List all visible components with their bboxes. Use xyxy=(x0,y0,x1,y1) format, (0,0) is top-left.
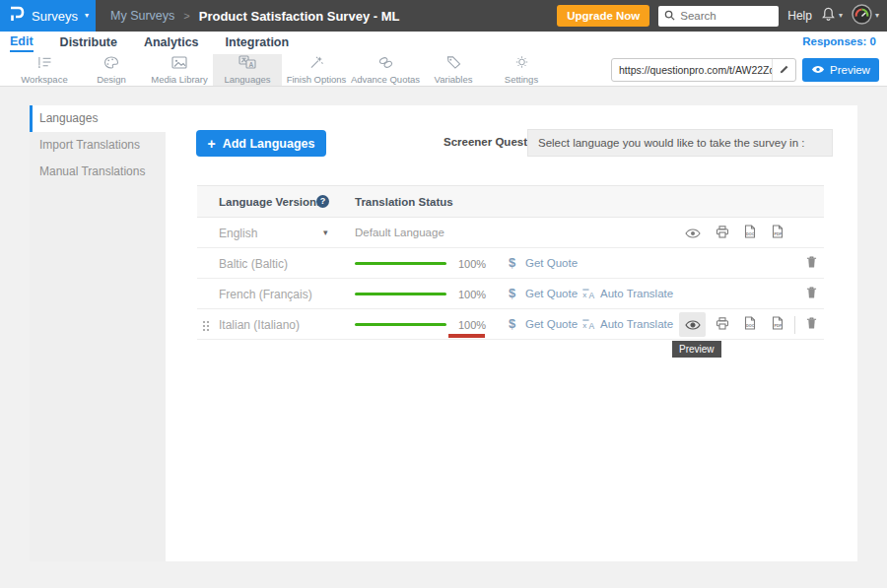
dollar-icon[interactable]: $ xyxy=(509,316,515,331)
delete-language-button[interactable] xyxy=(800,316,822,334)
dollar-icon[interactable]: $ xyxy=(509,255,515,270)
toolbar-item-workspace[interactable]: Workspace xyxy=(10,54,79,86)
screener-question-field[interactable]: Select language you would like to take t… xyxy=(527,129,833,157)
languages-content: + Add Languages Screener Question : Sele… xyxy=(166,105,857,561)
chain-link-icon xyxy=(377,55,394,73)
palette-icon xyxy=(103,55,119,73)
toolbar-item-advance-quotas[interactable]: Advance Quotas xyxy=(351,54,420,86)
language-dropdown-caret-icon[interactable]: ▾ xyxy=(323,228,328,237)
toolbar-label: Languages xyxy=(224,74,270,85)
questionpro-logo-icon xyxy=(9,5,25,28)
toolbar-label: Design xyxy=(97,74,126,85)
help-question-icon[interactable]: ? xyxy=(316,195,329,208)
top-bar: Surveys ▾ My Surveys > Product Satisfact… xyxy=(0,0,887,32)
toolbar-item-design[interactable]: Design xyxy=(77,54,146,86)
toolbar-item-settings[interactable]: Settings xyxy=(487,54,556,86)
get-quote-link[interactable]: Get Quote xyxy=(525,318,578,330)
tag-icon xyxy=(446,55,461,73)
preview-button-label: Preview xyxy=(830,64,870,76)
red-annotation-underline xyxy=(448,334,485,338)
breadcrumb-my-surveys[interactable]: My Surveys xyxy=(110,9,174,23)
export-pdf-button[interactable]: PDF xyxy=(767,316,788,334)
chevron-down-icon: ▾ xyxy=(85,12,89,20)
preview-language-button-hovered[interactable] xyxy=(679,312,706,337)
translation-percent: 100% xyxy=(458,289,486,300)
notifications-button[interactable]: ▾ xyxy=(821,6,843,26)
sidebar-item-languages[interactable]: Languages xyxy=(30,105,166,132)
tab-edit[interactable]: Edit xyxy=(10,34,34,52)
chevron-down-icon: ▾ xyxy=(875,12,879,20)
upgrade-now-button[interactable]: Upgrade Now xyxy=(557,5,649,27)
toolbar-item-languages[interactable]: A Languages xyxy=(213,54,282,86)
workspace-icon xyxy=(36,55,52,73)
default-language-label: Default Language xyxy=(355,227,444,238)
print-language-button[interactable] xyxy=(712,316,733,334)
avatar xyxy=(852,4,872,29)
translation-progress-bar xyxy=(355,262,446,265)
translation-progress-bar xyxy=(355,293,446,295)
pdf-file-icon: PDF xyxy=(772,225,784,242)
search-box[interactable] xyxy=(658,6,779,27)
toolbar-label: Settings xyxy=(505,74,538,85)
auto-translate-icon[interactable]: xA xyxy=(581,317,597,335)
delete-language-button[interactable] xyxy=(800,255,822,273)
tab-integration[interactable]: Integration xyxy=(226,35,290,51)
tab-analytics[interactable]: Analytics xyxy=(144,35,199,51)
preview-language-button[interactable] xyxy=(682,225,704,242)
gear-icon xyxy=(514,55,529,73)
product-menu-label: Surveys xyxy=(32,9,78,24)
toolbar-label: Workspace xyxy=(21,74,67,85)
svg-text:A: A xyxy=(589,291,595,300)
column-header-translation-status: Translation Status xyxy=(355,196,453,208)
printer-icon xyxy=(716,316,729,334)
svg-text:PDF: PDF xyxy=(774,232,782,236)
table-row-baltic: Baltic (Baltic) 100% $ Get Quote xyxy=(197,248,824,279)
export-pdf-button[interactable]: PDF xyxy=(767,225,788,242)
svg-text:A: A xyxy=(249,61,254,68)
sidebar-item-manual-translations[interactable]: Manual Translations xyxy=(30,159,166,185)
add-languages-button[interactable]: + Add Languages xyxy=(196,130,326,157)
language-name[interactable]: English xyxy=(219,227,257,240)
print-language-button[interactable] xyxy=(712,225,733,242)
column-header-language-versions: Language Versions xyxy=(219,196,322,208)
toolbar-item-finish-options[interactable]: Finish Options xyxy=(282,54,351,86)
toolbar-item-variables[interactable]: Variables xyxy=(419,54,488,86)
trash-icon xyxy=(806,286,817,303)
auto-translate-icon[interactable]: xA xyxy=(581,287,597,304)
edit-toolbar: Workspace Design Media Library A Languag… xyxy=(0,54,887,87)
languages-panel: Languages Import Translations Manual Tra… xyxy=(30,105,857,561)
sidebar-item-import-translations[interactable]: Import Translations xyxy=(30,132,166,159)
plus-icon: + xyxy=(208,136,216,152)
product-menu[interactable]: Surveys ▾ xyxy=(0,0,96,32)
languages-sidebar: Languages Import Translations Manual Tra… xyxy=(30,105,166,561)
account-menu[interactable]: ▾ xyxy=(852,4,879,29)
preview-tooltip: Preview xyxy=(672,341,721,358)
doc-file-icon: DOC xyxy=(744,316,756,334)
drag-handle-icon[interactable] xyxy=(202,318,210,336)
survey-url[interactable]: https://questionpro.com/t/AW22Zd1S1 xyxy=(612,64,772,76)
preview-button[interactable]: Preview xyxy=(802,58,879,82)
table-row-french: French (Français) 100% $ Get Quote xA Au… xyxy=(197,279,824,309)
auto-translate-link[interactable]: Auto Translate xyxy=(600,288,673,299)
get-quote-link[interactable]: Get Quote xyxy=(525,257,578,269)
help-link[interactable]: Help xyxy=(787,9,812,23)
trash-icon xyxy=(806,316,817,334)
search-icon xyxy=(664,7,675,25)
dollar-icon[interactable]: $ xyxy=(509,286,515,300)
edit-url-button[interactable] xyxy=(772,59,795,81)
svg-text:x: x xyxy=(582,291,586,299)
export-doc-button[interactable]: DOC xyxy=(739,316,761,334)
delete-language-button[interactable] xyxy=(800,286,822,303)
export-doc-button[interactable]: DOC xyxy=(739,225,761,242)
survey-url-box: https://questionpro.com/t/AW22Zd1S1 xyxy=(611,58,796,82)
language-name: Italian (Italiano) xyxy=(219,318,300,332)
get-quote-link[interactable]: Get Quote xyxy=(525,288,578,299)
toolbar-item-media-library[interactable]: Media Library xyxy=(145,54,214,86)
svg-text:PDF: PDF xyxy=(774,324,782,328)
table-row-italian: Italian (Italiano) 100% $ Get Quote xA A… xyxy=(197,309,824,340)
auto-translate-link[interactable]: Auto Translate xyxy=(600,318,673,330)
tab-distribute[interactable]: Distribute xyxy=(60,35,117,51)
language-name: Baltic (Baltic) xyxy=(219,257,288,271)
app-window: Surveys ▾ My Surveys > Product Satisfact… xyxy=(0,0,887,588)
search-input[interactable] xyxy=(680,10,769,22)
